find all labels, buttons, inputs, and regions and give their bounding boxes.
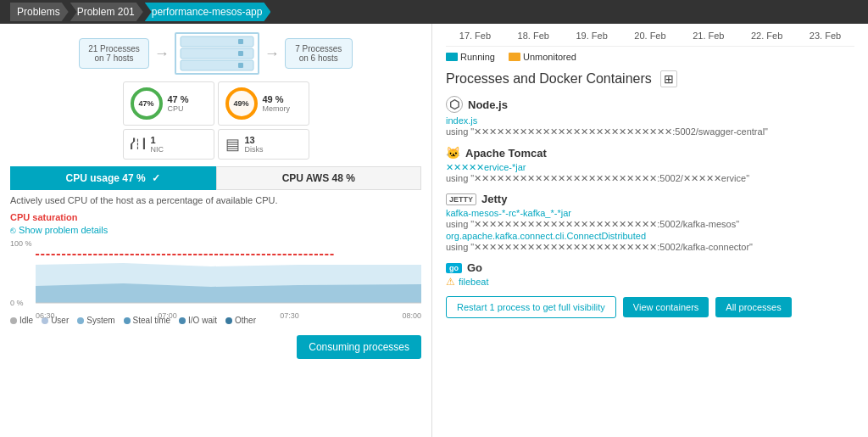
breadcrumb-problems[interactable]: Problems xyxy=(10,3,69,21)
view-containers-button[interactable]: View containers xyxy=(623,297,709,317)
cpu-tab-usage[interactable]: CPU usage 47 % ✓ xyxy=(10,166,216,190)
process-tomcat-name: 🐱 Apache Tomcat xyxy=(446,146,854,160)
nodejs-using: using "✕✕✕✕✕✕✕✕✕✕✕✕✕✕✕✕✕✕✕✕✕✕✕✕✕✕:5002/s… xyxy=(446,126,854,137)
go-icon: go xyxy=(446,263,462,273)
jetty-file1[interactable]: kafka-mesos-*-rc*-kafka_*-*jar xyxy=(446,208,571,218)
topo-arrow-right: → xyxy=(264,45,280,63)
tomcat-icon: 🐱 xyxy=(446,146,460,160)
date-feb22: 22. Feb xyxy=(751,31,782,41)
server-icon xyxy=(179,35,255,72)
all-processes-button[interactable]: All processes xyxy=(715,297,791,317)
y-label-bottom: 0 % xyxy=(10,299,36,307)
check-icon: ✓ xyxy=(152,172,160,184)
process-nodejs-name: ⬡ Node.js xyxy=(446,96,854,113)
bottom-buttons: Restart 1 process to get full visibility… xyxy=(446,296,854,318)
right-panel: 17. Feb 18. Feb 19. Feb 20. Feb 21. Feb … xyxy=(432,24,868,437)
nodejs-file[interactable]: index.js xyxy=(446,115,477,126)
x-label-0730: 07:30 xyxy=(280,311,299,320)
process-go: go Go ⚠ filebeat xyxy=(446,261,854,288)
y-label-top: 100 % xyxy=(10,239,36,248)
chart-title: CPU saturation xyxy=(10,212,421,222)
metric-nic: ⛙ 1 NIC xyxy=(123,129,214,160)
date-feb18: 18. Feb xyxy=(518,31,549,41)
nic-icon: ⛙ xyxy=(131,136,146,154)
processes-title: Processes and Docker Containers xyxy=(446,71,652,87)
breadcrumb-current[interactable]: performance-mesos-app xyxy=(145,3,271,21)
processes-header: Processes and Docker Containers ⊞ xyxy=(446,70,854,87)
date-feb20: 20. Feb xyxy=(634,31,665,41)
go-file[interactable]: filebeat xyxy=(459,277,488,287)
breadcrumb: Problems Problem 201 performance-mesos-a… xyxy=(0,0,868,24)
status-legend: Running Unmonitored xyxy=(446,52,854,62)
process-go-name: go Go xyxy=(446,261,854,274)
cpu-tab-aws[interactable]: CPU AWS 48 % xyxy=(216,166,422,190)
disks-icon: ▤ xyxy=(225,135,240,154)
metric-cpu: 47% 47 % CPU xyxy=(123,81,214,126)
restart-process-button[interactable]: Restart 1 process to get full visibility xyxy=(446,296,616,318)
consuming-processes-button[interactable]: Consuming processes xyxy=(297,335,421,359)
left-panel: 21 Processes on 7 hosts → → 7 Processes … xyxy=(0,24,432,437)
topo-left-box: 21 Processes on 7 hosts xyxy=(79,38,149,69)
metric-disks: ▤ 13 Disks xyxy=(218,129,309,160)
process-jetty-name: JETTY Jetty xyxy=(446,193,854,205)
process-jetty: JETTY Jetty kafka-mesos-*-rc*-kafka_*-*j… xyxy=(446,193,854,253)
date-feb19: 19. Feb xyxy=(576,31,607,41)
cpu-circle: 47% xyxy=(131,87,163,120)
x-label-0800: 08:00 xyxy=(402,311,421,320)
nodejs-icon: ⬡ xyxy=(446,96,463,113)
process-nodejs: ⬡ Node.js index.js using "✕✕✕✕✕✕✕✕✕✕✕✕✕✕… xyxy=(446,96,854,137)
jetty-using1: using "✕✕✕✕✕✕✕✕✕✕✕✕✕✕✕✕✕✕✕✕✕✕✕✕:5002/kaf… xyxy=(446,219,854,230)
date-feb23: 23. Feb xyxy=(810,31,841,41)
jetty-using2: using "✕✕✕✕✕✕✕✕✕✕✕✕✕✕✕✕✕✕✕✕✕✕✕✕:5002/kaf… xyxy=(446,242,854,253)
grid-icon: ⊞ xyxy=(660,70,677,87)
topo-arrow-left: → xyxy=(154,45,170,63)
metric-memory: 49% 49 % Memory xyxy=(218,81,309,126)
jetty-file2[interactable]: org.apache.kafka.connect.cli.ConnectDist… xyxy=(446,231,646,241)
date-bar: 17. Feb 18. Feb 19. Feb 20. Feb 21. Feb … xyxy=(446,31,854,47)
date-feb17: 17. Feb xyxy=(459,31,491,41)
tomcat-using: using "✕✕✕✕✕✕✕✕✕✕✕✕✕✕✕✕✕✕✕✕✕✕✕✕:5002/✕✕✕… xyxy=(446,173,854,184)
x-label-0630: 06:30 xyxy=(36,311,55,320)
warning-icon: ⚠ xyxy=(446,276,455,288)
legend-running: Running xyxy=(446,52,495,62)
topology-row: 21 Processes on 7 hosts → → 7 Processes … xyxy=(10,32,421,75)
cpu-tabs: CPU usage 47 % ✓ CPU AWS 48 % xyxy=(10,166,421,190)
x-label-0700: 07:00 xyxy=(158,311,177,320)
topo-right-box: 7 Processes on 6 hosts xyxy=(285,38,353,69)
legend-unmonitored: Unmonitored xyxy=(509,52,576,62)
memory-circle: 49% xyxy=(225,87,258,120)
svg-rect-3 xyxy=(238,39,243,44)
process-tomcat: 🐱 Apache Tomcat ✕✕✕✕✕ervice-*jar using "… xyxy=(446,146,854,184)
topo-server-box xyxy=(175,32,259,75)
metrics-grid: 47% 47 % CPU 49% 49 % Memory ⛙ xyxy=(123,81,309,160)
chart-svg xyxy=(36,239,421,307)
tomcat-file[interactable]: ✕✕✕✕✕ervice-*jar xyxy=(446,162,526,172)
breadcrumb-problem201[interactable]: Problem 201 xyxy=(70,3,143,21)
chart-container: CPU saturation ⎋ Show problem details 10… xyxy=(10,212,421,314)
jetty-icon: JETTY xyxy=(446,193,476,205)
svg-rect-5 xyxy=(238,63,243,68)
cpu-description: Actively used CPU of the host as a perce… xyxy=(10,195,421,205)
date-feb21: 21. Feb xyxy=(693,31,724,41)
svg-rect-4 xyxy=(238,51,243,56)
show-problem-details-link[interactable]: ⎋ Show problem details xyxy=(10,225,108,235)
